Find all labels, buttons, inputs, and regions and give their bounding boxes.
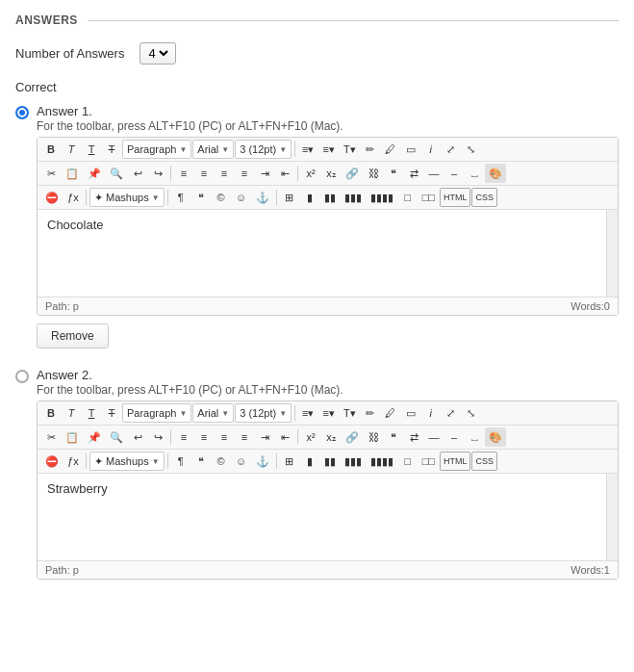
italic-btn-2[interactable]: T (62, 403, 81, 423)
col5-btn-1[interactable]: □ (398, 188, 418, 207)
paint-btn-2[interactable]: 🎨 (485, 427, 506, 447)
css-btn-2[interactable]: CSS (471, 452, 497, 471)
redo-btn-1[interactable]: ↪ (148, 164, 167, 183)
answer-1-radio[interactable] (15, 106, 29, 119)
answer-2-radio[interactable] (15, 370, 29, 383)
strikethrough-btn-2[interactable]: T (102, 403, 121, 423)
blockquote-btn-2[interactable]: ❝ (384, 427, 403, 447)
bold-btn-2[interactable]: B (41, 403, 61, 423)
css-btn-1[interactable]: CSS (471, 188, 497, 207)
fx-btn-2[interactable]: ƒx (63, 452, 83, 471)
list-btn-1[interactable]: ≡▾ (298, 140, 317, 159)
indent-2[interactable]: ⇥ (255, 427, 274, 447)
align-center-2[interactable]: ≡ (194, 427, 214, 447)
answer-1-content[interactable]: Chocolate (38, 210, 618, 297)
endash-btn-2[interactable]: – (444, 427, 464, 447)
undo-btn-2[interactable]: ↩ (128, 427, 147, 447)
pencil-btn-2[interactable]: ✏ (361, 403, 380, 423)
col5-btn-2[interactable]: □ (398, 452, 418, 471)
paint-btn-1[interactable]: 🎨 (485, 164, 506, 183)
outdent-2[interactable]: ⇤ (275, 427, 294, 447)
strikethrough-btn-1[interactable]: T (102, 140, 121, 159)
copy-btn-1[interactable]: 📋 (62, 164, 83, 183)
dir-btn-1[interactable]: ⇄ (404, 164, 423, 183)
sub-btn-2[interactable]: x₂ (321, 427, 341, 447)
remove-button[interactable]: Remove (37, 323, 109, 349)
answer-1-scrollbar[interactable] (606, 210, 618, 297)
html-btn-1[interactable]: HTML (440, 188, 471, 207)
underline-btn-2[interactable]: T (82, 403, 101, 423)
pencil-btn-1[interactable]: ✏ (361, 140, 380, 159)
blockquote-btn-1[interactable]: ❝ (384, 164, 403, 183)
indent-1[interactable]: ⇥ (255, 164, 274, 183)
col4-btn-1[interactable]: ▮▮▮▮ (367, 188, 397, 207)
col2-btn-2[interactable]: ▮▮ (320, 452, 340, 471)
quote-btn-1[interactable]: ❝ (191, 188, 211, 207)
mashups-dropdown-1[interactable]: ✦ Mashups ▼ (89, 188, 165, 207)
cut-btn-2[interactable]: ✂ (41, 427, 61, 447)
italic2-btn-2[interactable]: i (421, 403, 441, 423)
font-size-btn-1[interactable]: T▾ (340, 140, 360, 159)
box-btn-1[interactable]: ▭ (401, 140, 420, 159)
nbsp-btn-2[interactable]: ⎵ (465, 427, 484, 447)
expand-btn-2[interactable]: ⤢ (442, 403, 461, 423)
box-btn-2[interactable]: ▭ (401, 403, 420, 423)
underline-btn-1[interactable]: T (82, 140, 101, 159)
size-dropdown-2[interactable]: 3 (12pt) ▼ (235, 403, 292, 423)
link-btn-1[interactable]: 🔗 (342, 164, 363, 183)
num-answers-select[interactable]: 2 3 4 5 6 (139, 42, 176, 65)
dash-btn-1[interactable]: — (424, 164, 444, 183)
align-right-1[interactable]: ≡ (215, 164, 234, 183)
numlist-btn-2[interactable]: ≡▾ (319, 403, 339, 423)
bold-btn-1[interactable]: B (41, 140, 61, 159)
list-btn-2[interactable]: ≡▾ (298, 403, 317, 423)
pilcrow-btn-2[interactable]: ¶ (171, 452, 190, 471)
align-left-1[interactable]: ≡ (174, 164, 193, 183)
copyright-btn-2[interactable]: © (212, 452, 231, 471)
quote-btn-2[interactable]: ❝ (191, 452, 211, 471)
unlink-btn-2[interactable]: ⛓ (364, 427, 383, 447)
col3-btn-2[interactable]: ▮▮▮ (341, 452, 366, 471)
align-justify-2[interactable]: ≡ (235, 427, 254, 447)
col4-btn-2[interactable]: ▮▮▮▮ (367, 452, 397, 471)
paragraph-dropdown-1[interactable]: Paragraph ▼ (122, 140, 191, 159)
cut-btn-1[interactable]: ✂ (41, 164, 61, 183)
nbsp-btn-1[interactable]: ⎵ (465, 164, 484, 183)
paste-btn-2[interactable]: 📌 (84, 427, 105, 447)
outdent-1[interactable]: ⇤ (275, 164, 294, 183)
col3-btn-1[interactable]: ▮▮▮ (341, 188, 366, 207)
redo-btn-2[interactable]: ↪ (148, 427, 167, 447)
font-size-btn-2[interactable]: T▾ (340, 403, 360, 423)
dir-btn-2[interactable]: ⇄ (404, 427, 423, 447)
html-btn-2[interactable]: HTML (440, 452, 471, 471)
copy-btn-2[interactable]: 📋 (62, 427, 83, 447)
collapse-btn-1[interactable]: ⤡ (462, 140, 481, 159)
answer-2-scrollbar[interactable] (606, 474, 618, 560)
search-btn-2[interactable]: 🔍 (106, 427, 127, 447)
font-dropdown-2[interactable]: Arial ▼ (192, 403, 234, 423)
endash-btn-1[interactable]: – (444, 164, 464, 183)
smiley-btn-2[interactable]: ☺ (232, 452, 251, 471)
collapse-btn-2[interactable]: ⤡ (462, 403, 481, 423)
dash-btn-2[interactable]: — (424, 427, 444, 447)
font-dropdown-1[interactable]: Arial ▼ (192, 140, 234, 159)
sup-btn-2[interactable]: x² (301, 427, 320, 447)
mashups-dropdown-2[interactable]: ✦ Mashups ▼ (89, 452, 165, 471)
smiley-btn-1[interactable]: ☺ (232, 188, 251, 207)
sub-btn-1[interactable]: x₂ (321, 164, 341, 183)
anchor-btn-2[interactable]: ⚓ (252, 452, 273, 471)
align-right-2[interactable]: ≡ (215, 427, 234, 447)
unlink-btn-1[interactable]: ⛓ (364, 164, 383, 183)
sup-btn-1[interactable]: x² (301, 164, 320, 183)
num-answers-dropdown[interactable]: 2 3 4 5 6 (144, 45, 171, 62)
table-btn-2[interactable]: ⊞ (280, 452, 299, 471)
col2-btn-1[interactable]: ▮▮ (320, 188, 340, 207)
paragraph-dropdown-2[interactable]: Paragraph ▼ (122, 403, 191, 423)
size-dropdown-1[interactable]: 3 (12pt) ▼ (235, 140, 292, 159)
stop-btn-2[interactable]: ⛔ (41, 452, 63, 471)
italic-btn-1[interactable]: T (62, 140, 81, 159)
stop-btn-1[interactable]: ⛔ (41, 188, 63, 207)
col6-btn-2[interactable]: □□ (418, 452, 439, 471)
anchor-btn-1[interactable]: ⚓ (252, 188, 273, 207)
pilcrow-btn-1[interactable]: ¶ (171, 188, 190, 207)
